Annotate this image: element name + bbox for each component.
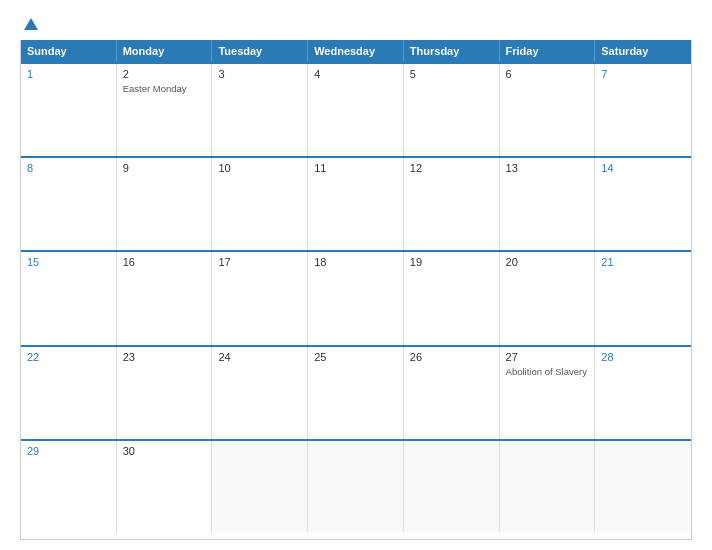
day-number: 20 [506,256,589,268]
cal-cell [404,441,500,533]
logo-blue-text [20,18,38,30]
week-row-4: 2930 [21,439,691,533]
cal-cell: 6 [500,64,596,156]
day-number: 4 [314,68,397,80]
header-cell-monday: Monday [117,40,213,62]
day-number: 24 [218,351,301,363]
cal-cell: 2Easter Monday [117,64,213,156]
day-number: 11 [314,162,397,174]
header [20,18,692,30]
cal-cell: 9 [117,158,213,250]
cal-cell: 14 [595,158,691,250]
cal-cell: 1 [21,64,117,156]
holiday-label: Abolition of Slavery [506,366,587,377]
week-row-1: 891011121314 [21,156,691,250]
cal-cell: 26 [404,347,500,439]
week-row-3: 222324252627Abolition of Slavery28 [21,345,691,439]
day-number: 21 [601,256,685,268]
day-number: 17 [218,256,301,268]
header-cell-thursday: Thursday [404,40,500,62]
header-cell-sunday: Sunday [21,40,117,62]
day-number: 1 [27,68,110,80]
day-number: 23 [123,351,206,363]
cal-cell: 19 [404,252,500,344]
day-number: 10 [218,162,301,174]
cal-cell: 28 [595,347,691,439]
cal-cell: 5 [404,64,500,156]
cal-cell: 11 [308,158,404,250]
cal-cell: 12 [404,158,500,250]
day-number: 19 [410,256,493,268]
header-cell-wednesday: Wednesday [308,40,404,62]
cal-cell: 30 [117,441,213,533]
cal-cell [308,441,404,533]
calendar-body: 12Easter Monday3456789101112131415161718… [21,62,691,533]
cal-cell: 7 [595,64,691,156]
day-number: 13 [506,162,589,174]
day-number: 14 [601,162,685,174]
header-cell-saturday: Saturday [595,40,691,62]
holiday-label: Easter Monday [123,83,187,94]
day-number: 9 [123,162,206,174]
day-number: 5 [410,68,493,80]
day-number: 29 [27,445,110,457]
day-number: 27 [506,351,589,363]
week-row-0: 12Easter Monday34567 [21,62,691,156]
cal-cell: 8 [21,158,117,250]
cal-cell: 3 [212,64,308,156]
cal-cell: 22 [21,347,117,439]
cal-cell: 17 [212,252,308,344]
day-number: 16 [123,256,206,268]
cal-cell: 27Abolition of Slavery [500,347,596,439]
day-number: 15 [27,256,110,268]
cal-cell: 10 [212,158,308,250]
cal-cell: 21 [595,252,691,344]
cal-cell: 23 [117,347,213,439]
cal-cell: 24 [212,347,308,439]
cal-cell [212,441,308,533]
week-row-2: 15161718192021 [21,250,691,344]
calendar: SundayMondayTuesdayWednesdayThursdayFrid… [20,40,692,540]
day-number: 8 [27,162,110,174]
logo-triangle-icon [24,18,38,30]
cal-cell: 4 [308,64,404,156]
cal-cell: 20 [500,252,596,344]
cal-cell: 25 [308,347,404,439]
day-number: 7 [601,68,685,80]
day-number: 25 [314,351,397,363]
header-cell-tuesday: Tuesday [212,40,308,62]
day-number: 12 [410,162,493,174]
calendar-header-row: SundayMondayTuesdayWednesdayThursdayFrid… [21,40,691,62]
cal-cell: 18 [308,252,404,344]
day-number: 3 [218,68,301,80]
day-number: 22 [27,351,110,363]
day-number: 6 [506,68,589,80]
day-number: 26 [410,351,493,363]
day-number: 18 [314,256,397,268]
day-number: 28 [601,351,685,363]
cal-cell [500,441,596,533]
page: SundayMondayTuesdayWednesdayThursdayFrid… [0,0,712,550]
cal-cell: 13 [500,158,596,250]
header-cell-friday: Friday [500,40,596,62]
logo [20,18,38,30]
cal-cell: 16 [117,252,213,344]
day-number: 30 [123,445,206,457]
cal-cell [595,441,691,533]
cal-cell: 15 [21,252,117,344]
cal-cell: 29 [21,441,117,533]
day-number: 2 [123,68,206,80]
